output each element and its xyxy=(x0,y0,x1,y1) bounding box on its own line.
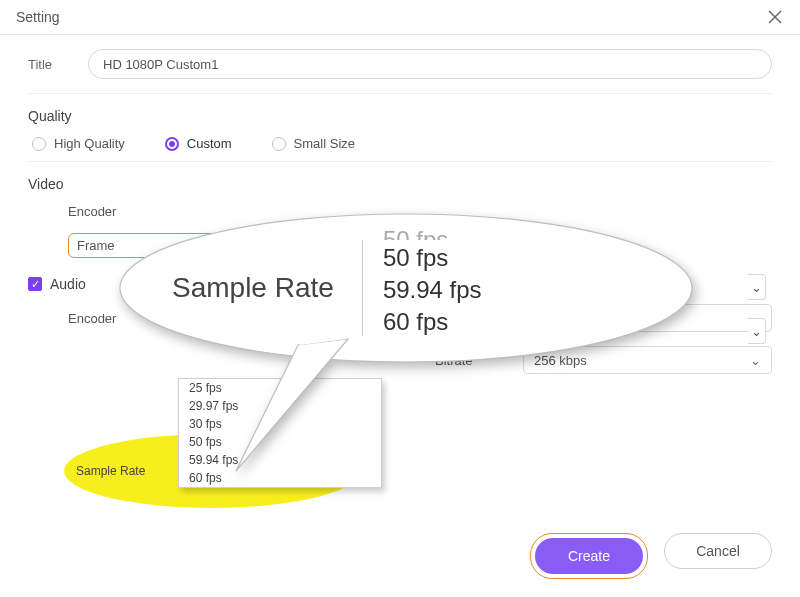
quality-radio-high[interactable]: High Quality xyxy=(32,136,125,151)
quality-radio-custom[interactable]: Custom xyxy=(165,136,232,151)
chevron-down-icon: ⌄ xyxy=(751,280,762,295)
dialog-title: Setting xyxy=(16,9,60,25)
settings-dialog: Setting Title Quality High Quality Custo… xyxy=(0,0,800,597)
close-icon xyxy=(766,8,784,26)
dialog-footer: Create Cancel xyxy=(530,533,772,579)
quality-radio-group: High Quality Custom Small Size xyxy=(28,136,772,151)
audio-checkbox[interactable]: ✓ xyxy=(28,277,42,291)
callout-fps-cut: 50 fps xyxy=(383,226,482,240)
audio-section-title: Audio xyxy=(50,276,86,292)
title-label: Title xyxy=(28,57,88,72)
callout-bubble: Sample Rate 50 fps 50 fps 59.94 fps 60 f… xyxy=(118,213,694,379)
video-bitrate-select[interactable]: ⌄ xyxy=(748,318,766,344)
callout-content: Sample Rate 50 fps 50 fps 59.94 fps 60 f… xyxy=(118,213,694,363)
radio-label: Small Size xyxy=(294,136,355,151)
callout-fps-list: 50 fps 50 fps 59.94 fps 60 fps xyxy=(362,240,482,336)
separator xyxy=(28,93,772,94)
separator xyxy=(28,161,772,162)
radio-label: Custom xyxy=(187,136,232,151)
quality-radio-small[interactable]: Small Size xyxy=(272,136,355,151)
radio-icon xyxy=(165,137,179,151)
create-button-highlight: Create xyxy=(530,533,648,579)
button-label: Cancel xyxy=(696,543,740,559)
create-button[interactable]: Create xyxy=(535,538,643,574)
chevron-down-icon: ⌄ xyxy=(751,324,762,339)
callout-fps-item: 50 fps xyxy=(383,244,482,272)
radio-icon xyxy=(272,137,286,151)
video-section-title: Video xyxy=(28,176,772,192)
title-input[interactable] xyxy=(88,49,772,79)
quality-section-title: Quality xyxy=(28,108,772,124)
callout-label: Sample Rate xyxy=(172,272,334,304)
cancel-button[interactable]: Cancel xyxy=(664,533,772,569)
radio-label: High Quality xyxy=(54,136,125,151)
callout-fps-item: 59.94 fps xyxy=(383,276,482,304)
video-resolution-select[interactable]: ⌄ xyxy=(748,274,766,300)
chevron-down-icon: ⌄ xyxy=(750,353,761,368)
title-row: Title xyxy=(28,49,772,79)
radio-icon xyxy=(32,137,46,151)
button-label: Create xyxy=(568,548,610,564)
close-button[interactable] xyxy=(766,8,784,26)
callout-fps-item: 60 fps xyxy=(383,308,482,336)
titlebar: Setting xyxy=(0,0,800,35)
